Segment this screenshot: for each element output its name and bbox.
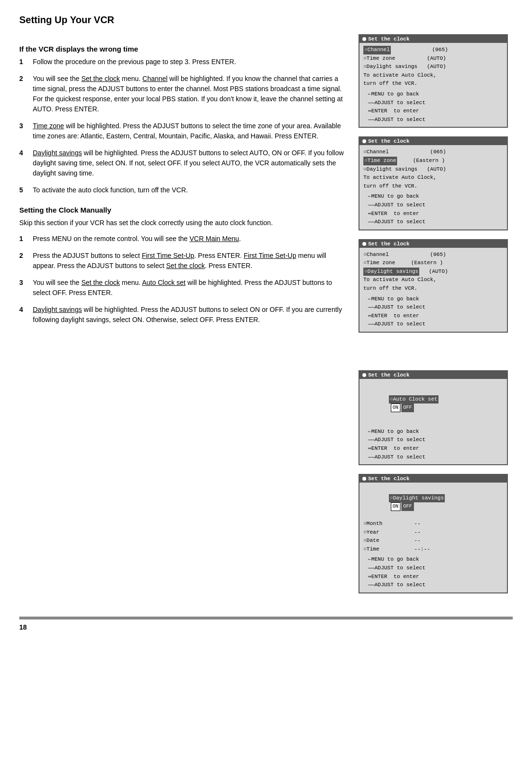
page-number: 18	[19, 623, 27, 631]
step-wt-4-text: Daylight savings will be highlighted. Pr…	[33, 148, 347, 178]
vcr-s5-instructions: ←MENU to go back ——ADJUST to select ⇔ENT…	[368, 555, 503, 589]
vcr-s3-line3: ○Daylight savings (AUTO)	[363, 268, 503, 276]
vcr-screen-3: Set the clock ○Channel (065) ○Time zone …	[359, 239, 508, 333]
step-wt-5-num: 5	[19, 185, 28, 195]
step-wt-3-num: 3	[19, 121, 28, 141]
step-wt-5-text: To activate the auto clock function, tur…	[33, 185, 347, 195]
vcr-screen-5: Set the clock ○Daylight savings ON OFF ○…	[359, 474, 508, 593]
step-wt-4: 4 Daylight savings will be highlighted. …	[19, 148, 347, 178]
step-wt-3: 3 Time zone will be highlighted. Press t…	[19, 121, 347, 141]
skip-text: Skip this section if your VCR has set th…	[19, 218, 347, 228]
vcr-s1-line2: ○Time zone (AUTO)	[363, 54, 503, 63]
vcr-s1-instructions: ←MENU to go back ——ADJUST to select ⇔ENT…	[368, 90, 503, 124]
step-mc-2-num: 2	[19, 251, 28, 271]
vcr-on-label: ON	[391, 404, 400, 412]
vcr-off-label: OFF	[401, 404, 414, 412]
step-wt-1-text: Follow the procedure on the previous pag…	[33, 57, 347, 67]
step-wt-1-num: 1	[19, 57, 28, 67]
vcr-s5-off-label: OFF	[401, 502, 414, 511]
spacer-1	[359, 341, 513, 370]
vcr-screen-1: Set the clock ○Channel (065) ○Time zone …	[359, 34, 508, 128]
step-mc-3-text: You will see the Set the clock menu. Aut…	[33, 278, 347, 298]
vcr-s1-line4: To activate Auto Clock,	[363, 71, 503, 80]
vcr-s2-line1: ○Channel (065)	[363, 148, 503, 157]
vcr-s2-line3: ○Daylight savings (AUTO)	[363, 165, 503, 174]
vcr-s5-daylight: ○Daylight savings ON OFF	[363, 485, 503, 520]
vcr-s4-instructions: ←MENU to go back ——ADJUST to select ⇔ENT…	[368, 428, 503, 461]
vcr-s2-line2: ○Time zone (Eastern )	[363, 157, 503, 165]
vcr-screen-1-title: Set the clock	[359, 35, 507, 43]
manual-clock-heading: Setting the Clock Manually	[19, 206, 347, 214]
vcr-screen-4-title: Set the clock	[359, 371, 507, 379]
vcr-s3-line1: ○Channel (065)	[363, 251, 503, 259]
vcr-s1-line1: ○Channel (065)	[363, 46, 503, 54]
step-wt-1: 1 Follow the procedure on the previous p…	[19, 57, 347, 67]
vcr-s5-time: ○Time --:--	[363, 545, 503, 554]
vcr-s4-autoclockset: ○Auto Clock set ON OFF	[363, 387, 503, 421]
step-mc-3: 3 You will see the Set the clock menu. A…	[19, 278, 347, 298]
bottom-bar	[19, 617, 513, 619]
step-wt-4-num: 4	[19, 148, 28, 178]
vcr-screen-2: Set the clock ○Channel (065) ○Time zone …	[359, 136, 508, 230]
vcr-s5-on-label: ON	[391, 502, 400, 511]
step-mc-4: 4 Daylight savings will be highlighted. …	[19, 305, 347, 325]
vcr-s5-date: ○Date --	[363, 537, 503, 545]
step-mc-4-text: Daylight savings will be highlighted. Pr…	[33, 305, 347, 325]
left-column: If the VCR displays the wrong time 1 Fol…	[19, 34, 347, 602]
vcr-s1-line3: ○Daylight savings (AUTO)	[363, 63, 503, 71]
vcr-s3-line4: To activate Auto Clock,	[363, 276, 503, 284]
step-wt-2-num: 2	[19, 74, 28, 114]
step-wt-3-text: Time zone will be highlighted. Press the…	[33, 121, 347, 141]
step-mc-3-num: 3	[19, 278, 28, 298]
step-mc-2: 2 Press the ADJUST buttons to select Fir…	[19, 251, 347, 271]
vcr-s1-line5: turn off the VCR.	[363, 80, 503, 88]
vcr-screen-4: Set the clock ○Auto Clock set ON OFF ←ME…	[359, 370, 508, 465]
wrong-time-heading: If the VCR displays the wrong time	[19, 45, 347, 53]
vcr-s5-month: ○Month --	[363, 520, 503, 528]
vcr-s2-line5: turn off the VCR.	[363, 182, 503, 191]
vcr-s3-instructions: ←MENU to go back ——ADJUST to select ⇔ENT…	[368, 295, 503, 329]
step-mc-2-text: Press the ADJUST buttons to select First…	[33, 251, 347, 271]
step-wt-5: 5 To activate the auto clock function, t…	[19, 185, 347, 195]
step-mc-4-num: 4	[19, 305, 28, 325]
vcr-screen-3-title: Set the clock	[359, 240, 507, 248]
vcr-screen-2-title: Set the clock	[359, 137, 507, 145]
vcr-s3-line5: turn off the VCR.	[363, 284, 503, 293]
step-mc-1-text: Press MENU on the remote control. You wi…	[33, 234, 347, 244]
vcr-s3-line2: ○Time zone (Eastern )	[363, 259, 503, 268]
step-wt-2-text: You will see the Set the clock menu. Cha…	[33, 74, 347, 114]
step-mc-1: 1 Press MENU on the remote control. You …	[19, 234, 347, 244]
page-title: Setting Up Your VCR	[19, 14, 513, 26]
vcr-s2-line4: To activate Auto Clock,	[363, 174, 503, 182]
right-column: Set the clock ○Channel (065) ○Time zone …	[359, 34, 513, 602]
vcr-s2-instructions: ←MENU to go back ——ADJUST to select ⇔ENT…	[368, 192, 503, 226]
vcr-s5-year: ○Year --	[363, 528, 503, 537]
step-mc-1-num: 1	[19, 234, 28, 244]
vcr-screen-5-title: Set the clock	[359, 475, 507, 483]
step-wt-2: 2 You will see the Set the clock menu. C…	[19, 74, 347, 114]
